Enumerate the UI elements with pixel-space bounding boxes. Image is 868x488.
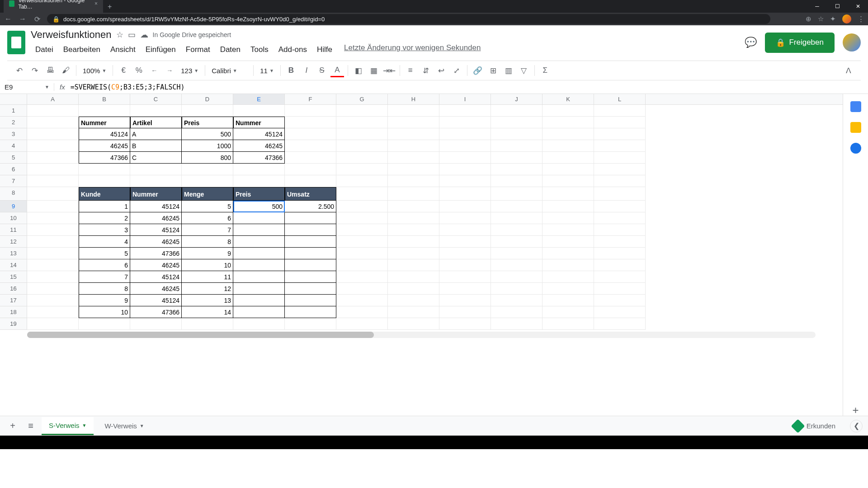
cell[interactable] [594,187,646,201]
cell[interactable] [594,152,646,164]
cell[interactable] [388,259,439,271]
cell[interactable]: Preis [233,187,285,201]
cell[interactable] [336,164,388,175]
cell[interactable]: Kunde [79,187,130,201]
cell[interactable] [285,164,336,175]
cell[interactable] [27,164,79,175]
cell[interactable] [439,175,491,187]
cell[interactable] [439,117,491,128]
row-header[interactable]: 15 [0,271,27,283]
cell[interactable] [594,236,646,248]
paint-format-icon[interactable]: 🖌 [59,64,72,77]
cell[interactable] [542,318,594,330]
cell[interactable] [336,128,388,140]
sheet-tab-other[interactable]: W-Verweis▼ [97,418,151,434]
document-title[interactable]: Verweisfunktionen [31,29,112,41]
cell[interactable]: 46245 [130,236,182,248]
comment-insert-icon[interactable]: ⊞ [486,64,500,77]
cell[interactable] [542,140,594,152]
cell[interactable] [233,271,285,283]
redo-icon[interactable]: ↷ [28,64,42,77]
cell[interactable]: 7 [79,271,130,283]
cell[interactable] [542,248,594,259]
new-tab-button[interactable]: + [103,1,116,13]
row-header[interactable]: 4 [0,140,27,152]
cell[interactable] [594,295,646,306]
row-header[interactable]: 9 [0,201,27,212]
cell[interactable] [336,259,388,271]
cell[interactable] [336,271,388,283]
nav-reload-icon[interactable]: ⟳ [33,15,42,23]
cell[interactable] [491,248,542,259]
cell[interactable] [439,212,491,224]
cell[interactable] [388,117,439,128]
cell[interactable]: B [130,140,182,152]
cell[interactable] [542,152,594,164]
cell[interactable]: 13 [182,295,233,306]
cell[interactable]: 800 [182,152,233,164]
cell[interactable] [285,236,336,248]
cell[interactable] [491,140,542,152]
window-close-button[interactable]: ✕ [848,0,868,13]
cell[interactable] [79,318,130,330]
cell[interactable] [439,259,491,271]
row-header[interactable]: 11 [0,224,27,236]
cell[interactable] [491,224,542,236]
cell[interactable] [27,224,79,236]
cell[interactable] [336,175,388,187]
row-header[interactable]: 6 [0,164,27,175]
cell[interactable]: A [130,128,182,140]
row-header[interactable]: 8 [0,187,27,201]
row-header[interactable]: 3 [0,128,27,140]
cell[interactable]: 46245 [130,212,182,224]
cell[interactable] [27,128,79,140]
menu-format[interactable]: Format [181,43,215,56]
cell[interactable]: C [130,152,182,164]
cell[interactable] [388,236,439,248]
cell[interactable]: 7 [182,224,233,236]
cell[interactable] [542,117,594,128]
cell[interactable]: 500 [182,128,233,140]
rotate-icon[interactable]: ⤢ [450,64,463,77]
menu-einfuegen[interactable]: Einfügen [141,43,180,56]
link-icon[interactable]: 🔗 [471,64,485,77]
cell[interactable]: 46245 [79,140,130,152]
cell[interactable] [233,283,285,295]
cell[interactable] [439,283,491,295]
cell[interactable] [336,224,388,236]
nav-back-icon[interactable]: ← [4,15,13,23]
cell[interactable] [27,117,79,128]
cell[interactable] [491,259,542,271]
cell[interactable]: 6 [182,212,233,224]
cell[interactable] [130,164,182,175]
cell[interactable] [439,224,491,236]
cell[interactable] [388,283,439,295]
cell[interactable] [594,128,646,140]
cell[interactable] [27,105,79,117]
cell[interactable] [388,152,439,164]
cell[interactable] [233,259,285,271]
cell[interactable]: 14 [182,306,233,318]
formula-input[interactable]: =SVERWEIS(C9;B3:E5;3;FALSCH) [71,83,868,91]
last-edit-link[interactable]: Letzte Änderung vor wenigen Sekunden [344,43,481,56]
cell[interactable] [285,224,336,236]
cell[interactable] [285,152,336,164]
cell[interactable] [491,187,542,201]
col-header-f[interactable]: F [285,94,336,104]
merge-cells-icon[interactable]: ⇥⇤ [382,64,396,77]
cell[interactable] [233,164,285,175]
cell[interactable]: 46245 [130,259,182,271]
cell[interactable] [491,105,542,117]
currency-button[interactable]: € [117,64,130,77]
cell[interactable] [388,224,439,236]
cell[interactable] [285,271,336,283]
url-field[interactable]: 🔒 docs.google.com/spreadsheets/d/1RW5vYM… [47,14,770,24]
cell[interactable] [388,271,439,283]
keep-icon[interactable] [850,122,861,133]
cell[interactable]: 6 [79,259,130,271]
cell[interactable] [285,175,336,187]
cell[interactable] [491,271,542,283]
cell[interactable] [285,248,336,259]
cell[interactable] [27,306,79,318]
cell[interactable] [594,164,646,175]
